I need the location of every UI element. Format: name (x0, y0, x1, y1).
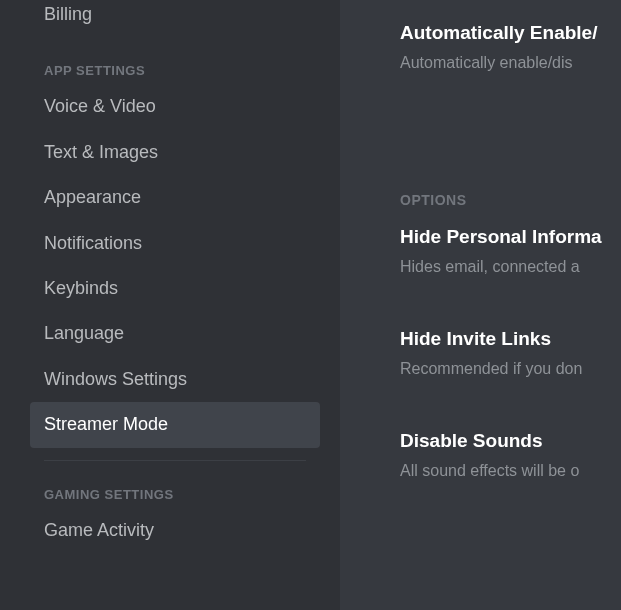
sidebar-item-keybinds[interactable]: Keybinds (30, 266, 320, 311)
auto-enable-desc: Automatically enable/dis (400, 54, 621, 72)
sidebar-item-text-images[interactable]: Text & Images (30, 130, 320, 175)
option-hide-invite-links: Hide Invite Links Recommended if you don (400, 328, 621, 378)
sidebar-divider (44, 460, 306, 461)
option-desc: All sound effects will be o (400, 462, 621, 480)
option-hide-personal-info: Hide Personal Informa Hides email, conne… (400, 226, 621, 276)
sidebar-section-app-settings: APP SETTINGS (30, 55, 320, 84)
settings-sidebar: Billing APP SETTINGS Voice & Video Text … (0, 0, 340, 610)
sidebar-item-appearance[interactable]: Appearance (30, 175, 320, 220)
sidebar-section-gaming-settings: GAMING SETTINGS (30, 479, 320, 508)
option-desc: Hides email, connected a (400, 258, 621, 276)
sidebar-item-language[interactable]: Language (30, 311, 320, 356)
option-desc: Recommended if you don (400, 360, 621, 378)
sidebar-item-streamer-mode[interactable]: Streamer Mode (30, 402, 320, 447)
option-title: Hide Invite Links (400, 328, 621, 350)
option-disable-sounds: Disable Sounds All sound effects will be… (400, 430, 621, 480)
sidebar-item-game-activity[interactable]: Game Activity (30, 508, 320, 553)
option-title: Hide Personal Informa (400, 226, 621, 248)
sidebar-item-notifications[interactable]: Notifications (30, 221, 320, 266)
options-header: OPTIONS (400, 192, 621, 208)
auto-enable-title: Automatically Enable/ (400, 22, 621, 44)
settings-main-panel: Automatically Enable/ Automatically enab… (340, 0, 621, 610)
sidebar-item-voice-video[interactable]: Voice & Video (30, 84, 320, 129)
option-title: Disable Sounds (400, 430, 621, 452)
sidebar-item-billing[interactable]: Billing (30, 0, 320, 37)
sidebar-item-windows-settings[interactable]: Windows Settings (30, 357, 320, 402)
